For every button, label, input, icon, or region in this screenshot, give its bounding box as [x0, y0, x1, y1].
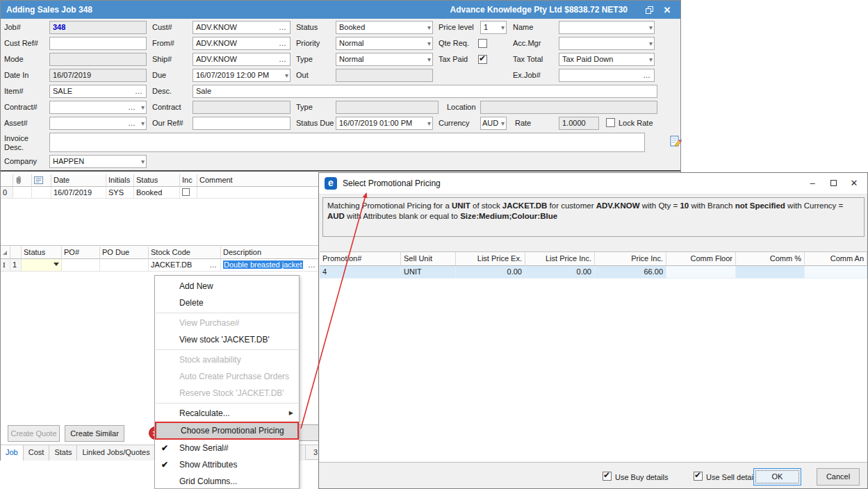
promo-cell-sell-unit[interactable]: UNIT: [401, 266, 456, 279]
status-dropdown-icon[interactable]: [427, 22, 431, 33]
lines-stock-code-header[interactable]: Stock Code: [149, 247, 221, 259]
promo-col-comm-floor[interactable]: Comm Floor: [666, 252, 736, 266]
asset-lookup-icon[interactable]: [128, 117, 136, 129]
history-attachment-cell[interactable]: [13, 187, 32, 199]
history-inc-header[interactable]: Inc: [180, 174, 197, 187]
lines-row-number[interactable]: 1: [10, 259, 22, 272]
price-level-dropdown[interactable]: 1: [480, 21, 507, 34]
history-row-number[interactable]: 0: [1, 187, 13, 199]
ok-button[interactable]: OK: [753, 468, 801, 486]
status-due-dropdown-icon[interactable]: [427, 117, 431, 129]
edit-note-icon[interactable]: [669, 135, 682, 148]
status-due-dropdown[interactable]: 16/07/2019 01:00 PM: [336, 117, 433, 130]
promo-cell-list-price-inc[interactable]: 0.00: [525, 266, 595, 279]
item-field[interactable]: SALE: [49, 85, 147, 98]
minimize-icon[interactable]: –: [802, 176, 823, 191]
note-column-header[interactable]: [32, 174, 51, 187]
acc-mgr-dropdown-icon[interactable]: [649, 38, 653, 49]
history-status-header[interactable]: Status: [134, 174, 180, 187]
close-icon[interactable]: ✕: [658, 3, 676, 16]
from-field[interactable]: ADV.KNOW: [193, 37, 290, 50]
desc-field[interactable]: Sale: [193, 85, 657, 98]
line-stock-code-cell[interactable]: JACKET.DB: [149, 259, 221, 272]
menu-show-serial[interactable]: Show Serial#: [155, 440, 299, 456]
status-dropdown[interactable]: Booked: [336, 21, 433, 34]
tax-paid-checkbox[interactable]: [478, 55, 487, 64]
stock-code-lookup-icon[interactable]: [209, 259, 218, 270]
history-initials-header[interactable]: Initials: [106, 174, 134, 187]
promo-col-comm-pct[interactable]: Comm %: [736, 252, 805, 266]
promo-col-list-price-ex[interactable]: List Price Ex.: [456, 252, 525, 266]
contract-no-field[interactable]: [49, 101, 147, 114]
lines-po-header[interactable]: PO#: [62, 247, 100, 259]
qte-req-checkbox[interactable]: [478, 39, 487, 48]
promo-cell-price-inc[interactable]: 66.00: [595, 266, 666, 279]
tab-stats[interactable]: Stats: [49, 445, 77, 461]
line-po-cell[interactable]: [62, 259, 100, 272]
create-similar-button[interactable]: Create Similar: [65, 425, 124, 442]
history-date-cell[interactable]: 16/07/2019: [51, 187, 106, 199]
contract-lookup-icon[interactable]: [128, 101, 136, 113]
use-sell-details-checkbox[interactable]: [694, 472, 703, 481]
lock-rate-checkbox[interactable]: [606, 118, 615, 127]
priority-dropdown-icon[interactable]: [427, 38, 431, 49]
menu-add-new[interactable]: Add New: [155, 278, 299, 295]
use-buy-details-checkbox[interactable]: [603, 472, 612, 481]
due-dropdown[interactable]: 16/07/2019 12:00 PM: [193, 69, 290, 82]
description-lookup-icon[interactable]: [308, 259, 316, 270]
history-note-cell[interactable]: [32, 187, 51, 199]
maximize-icon[interactable]: [823, 176, 844, 191]
line-po-due-cell[interactable]: [100, 259, 149, 272]
item-lookup-icon[interactable]: [135, 85, 143, 97]
history-inc-cell[interactable]: [180, 187, 197, 199]
promo-cell-list-price-ex[interactable]: 0.00: [456, 266, 525, 279]
main-titlebar[interactable]: Adding Sales Job 348 Advance Knowledge P…: [1, 1, 680, 19]
type-dropdown[interactable]: Normal: [336, 53, 433, 66]
history-initials-cell[interactable]: SYS: [106, 187, 134, 199]
promo-cell-comm-an[interactable]: [805, 266, 867, 279]
menu-choose-promotional-pricing[interactable]: Choose Promotional Pricing: [155, 422, 299, 440]
price-level-dropdown-icon[interactable]: [501, 22, 505, 33]
due-dropdown-icon[interactable]: [285, 69, 288, 81]
invoice-desc-field[interactable]: [49, 133, 645, 152]
menu-recalculate[interactable]: Recalculate...: [155, 405, 299, 422]
our-ref-field[interactable]: [193, 117, 290, 130]
menu-grid-columns[interactable]: Grid Columns...: [155, 473, 299, 489]
menu-delete[interactable]: Delete: [155, 295, 299, 311]
cust-field[interactable]: ADV.KNOW: [193, 21, 290, 34]
promo-col-price-inc[interactable]: Price Inc.: [595, 252, 666, 266]
ex-job-field[interactable]: [559, 69, 655, 82]
cust-ref-field[interactable]: [49, 37, 147, 50]
menu-view-stock[interactable]: View stock 'JACKET.DB': [155, 331, 299, 348]
history-status-cell[interactable]: Booked: [134, 187, 180, 199]
priority-dropdown[interactable]: Normal: [336, 37, 433, 50]
lines-corner-header[interactable]: [1, 247, 10, 259]
asset-dropdown-icon[interactable]: [141, 117, 145, 129]
tab-linked-jobs-quotes[interactable]: Linked Jobs/Quotes: [77, 445, 155, 461]
from-lookup-icon[interactable]: [279, 38, 287, 49]
history-date-header[interactable]: Date: [51, 174, 106, 187]
lines-status-header[interactable]: Status: [22, 247, 62, 259]
name-dropdown-icon[interactable]: [649, 22, 653, 33]
type-dropdown-icon[interactable]: [427, 53, 431, 65]
promo-col-sell-unit[interactable]: Sell Unit: [401, 252, 456, 266]
ex-job-lookup-icon[interactable]: [643, 69, 651, 81]
promo-col-comm-an[interactable]: Comm An: [805, 252, 867, 266]
name-dropdown[interactable]: [559, 21, 655, 34]
currency-dropdown-icon[interactable]: [501, 117, 505, 129]
line-status-cell[interactable]: [22, 259, 62, 272]
tab-cost[interactable]: Cost: [24, 445, 50, 461]
tab-job[interactable]: Job: [1, 445, 24, 461]
lines-po-due-header[interactable]: PO Due: [100, 247, 149, 259]
dialog-titlebar[interactable]: e Select Promotional Pricing – ✕: [319, 173, 867, 194]
status-cell-dropdown-icon[interactable]: [54, 263, 59, 266]
acc-mgr-dropdown[interactable]: [559, 37, 655, 50]
tax-total-dropdown-icon[interactable]: [649, 53, 653, 65]
promo-cell-comm-floor[interactable]: [666, 266, 736, 279]
company-dropdown[interactable]: HAPPEN: [49, 155, 147, 168]
currency-dropdown[interactable]: AUD: [480, 117, 507, 130]
dialog-close-icon[interactable]: ✕: [844, 176, 865, 191]
promo-col-list-price-inc[interactable]: List Price Inc.: [525, 252, 595, 266]
asset-field[interactable]: [49, 117, 147, 130]
tax-total-dropdown[interactable]: Tax Paid Down: [559, 53, 655, 66]
